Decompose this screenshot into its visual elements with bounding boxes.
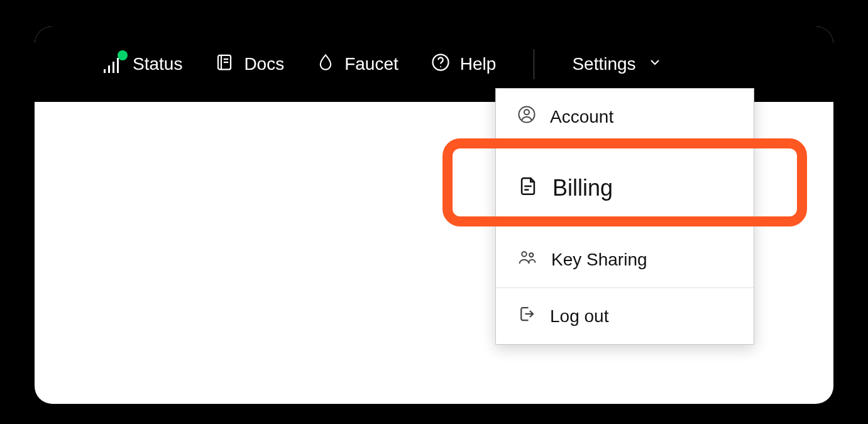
dropdown-item-billing[interactable]: Billing (496, 145, 754, 232)
svg-point-11 (524, 109, 529, 114)
book-icon (215, 53, 234, 76)
svg-rect-0 (104, 69, 106, 73)
svg-point-14 (522, 252, 527, 257)
svg-rect-1 (108, 65, 110, 73)
users-icon (517, 248, 537, 271)
dropdown-item-key-sharing[interactable]: Key Sharing (496, 232, 754, 287)
nav-faucet[interactable]: Faucet (317, 53, 398, 76)
signal-icon (104, 55, 123, 73)
nav-status-label: Status (133, 54, 182, 74)
nav-faucet-label: Faucet (344, 54, 398, 74)
svg-point-9 (440, 65, 441, 67)
logout-icon (517, 304, 536, 328)
help-icon (431, 53, 450, 76)
nav-docs-label: Docs (244, 54, 284, 74)
status-indicator-dot (118, 50, 128, 60)
nav-status[interactable]: Status (104, 54, 182, 74)
nav-divider (534, 49, 534, 79)
svg-rect-2 (113, 62, 114, 73)
user-icon (517, 105, 536, 128)
dropdown-item-label: Account (550, 107, 613, 127)
dropdown-item-account[interactable]: Account (496, 89, 754, 145)
settings-label: Settings (572, 54, 635, 74)
settings-dropdown: Account Billing (495, 88, 754, 345)
settings-menu-trigger[interactable]: Settings (572, 54, 662, 74)
nav-help-label: Help (460, 54, 497, 74)
invoice-icon (517, 176, 539, 201)
nav-docs[interactable]: Docs (215, 53, 284, 76)
svg-rect-3 (117, 58, 119, 73)
svg-point-15 (529, 253, 533, 257)
nav-help[interactable]: Help (431, 53, 497, 76)
droplet-icon (317, 53, 334, 76)
dropdown-item-label: Billing (552, 175, 613, 201)
dropdown-item-label: Key Sharing (551, 250, 647, 270)
chevron-down-icon (647, 54, 662, 74)
dropdown-item-label: Log out (550, 306, 608, 326)
dropdown-item-logout[interactable]: Log out (496, 288, 754, 344)
app-window: Status Docs Faucet (35, 26, 833, 404)
